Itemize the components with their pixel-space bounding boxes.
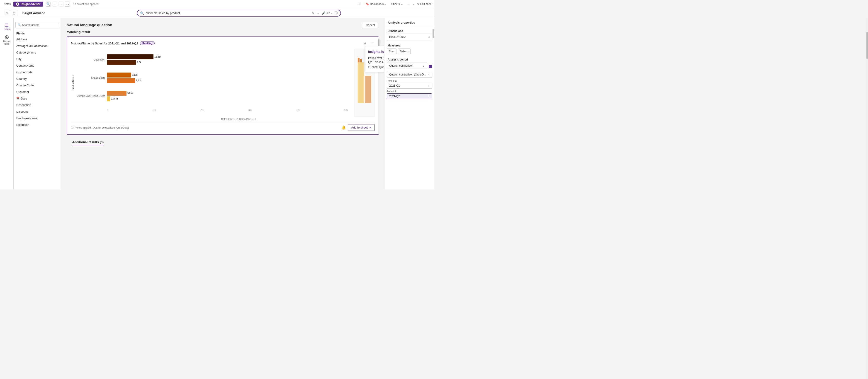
sidebar-item-fields[interactable]: Fields — [0, 21, 13, 32]
bar-fill-jumpinjack-1 — [107, 91, 126, 96]
add-to-sheet-button[interactable]: Add to sheet ▼ — [348, 124, 375, 131]
insights-link[interactable]: >Period: Quarter comparison (OrderDate) — [368, 65, 384, 69]
search-lang-select[interactable]: en ⌄ — [327, 11, 333, 15]
dropdown-chevron: ⌄ — [423, 64, 425, 67]
insights-header: Insights found ✕ — [368, 50, 384, 54]
search-tool-icon[interactable]: 🔍 — [46, 2, 51, 7]
chart-body: ProductName Davenport 15.28k — [71, 49, 375, 117]
field-item-discount[interactable]: Discount — [13, 108, 61, 115]
period-dropdown-row: Quarter comparison ⌄ ✓ — [387, 63, 432, 70]
chart-footer-actions: 🔔 Add to sheet ▼ — [341, 124, 375, 131]
no-selections-indicator: No selections applied — [71, 2, 100, 6]
advisor-title: Insight Advisor — [22, 11, 45, 15]
pencil-icon: ✎ — [417, 2, 420, 6]
field-item-city[interactable]: City — [13, 56, 61, 62]
period-section: Quarter comparison ⌄ ✓ Quarter compariso… — [387, 63, 432, 99]
content-title: Natural language question — [67, 23, 112, 27]
dimension-chevron: › — [429, 36, 429, 39]
redo-icon[interactable]: → — [59, 2, 63, 7]
measure-sales-tag[interactable]: Sales › — [398, 49, 410, 54]
period1-value-item[interactable]: 2021-Q1 › — [387, 83, 432, 89]
cancel-button[interactable]: Cancel — [362, 22, 379, 28]
bars-snakeboots: 8.11k 9.51k — [107, 72, 352, 83]
ranking-badge: Ranking — [140, 41, 155, 45]
bar-snakeboots-1: 8.11k — [107, 72, 352, 77]
edit-sheet-btn[interactable]: ✎ Edit sheet — [417, 2, 432, 6]
lang-chevron: ⌄ — [331, 11, 333, 15]
y-axis-label: ProductName — [71, 49, 75, 117]
nav-back-btn[interactable]: ‹ — [406, 2, 410, 6]
period-checkbox[interactable]: ✓ — [429, 65, 432, 68]
measure-sum-tag[interactable]: Sum — [387, 49, 397, 54]
field-item-description[interactable]: Description — [13, 102, 61, 108]
search-info-icon[interactable]: ⓘ — [335, 11, 338, 15]
notes-label: Notes — [4, 2, 11, 6]
search-clear-icon[interactable]: ✕ — [312, 11, 315, 15]
field-item-costofsale[interactable]: Cost of Sale — [13, 69, 61, 75]
analysis-properties-title: Analysis properties — [384, 18, 434, 27]
x-axis-label: Sales 2021-Q2, Sales 2021-Q1 — [71, 118, 375, 120]
bar-val-jumpinjack-1: 6.56k — [127, 92, 133, 94]
period-dropdown-select[interactable]: Quarter comparison ⌄ — [387, 63, 427, 69]
left-sidebar: Fields Master items 🔍 Fields Address Ave… — [0, 18, 61, 189]
field-item-customer[interactable]: Customer — [13, 89, 61, 95]
bar-val-davenport-1: 15.28k — [154, 56, 161, 58]
additional-results-label[interactable]: Additional results (3) — [72, 140, 103, 145]
bars-jumpinjack: 6.56k 110.38 — [107, 91, 352, 101]
right-panel-toggle[interactable]: ▢ — [11, 10, 17, 16]
chart-card-actions: ⇗ ⋯ — [362, 40, 375, 46]
field-item-country[interactable]: Country — [13, 75, 61, 82]
dimensions-label: Dimensions — [384, 27, 434, 34]
search-input[interactable] — [146, 11, 310, 15]
bar-group-snakeboots: Snake Boots 8.11k 9.51k — [75, 72, 352, 83]
field-item-avgcall[interactable]: AverageCallSatisfaction — [13, 42, 61, 49]
field-item-countrycode[interactable]: CountryCode — [13, 82, 61, 89]
dimension-product-name[interactable]: ProductName › — [387, 34, 432, 40]
period2-value-item[interactable]: 2021-Q2 › — [387, 93, 432, 99]
left-panel-toggle[interactable]: □ — [4, 10, 10, 16]
chart-card: ProductName by Sales for 2021-Q1 and 202… — [67, 36, 379, 135]
measure-row: Sum Sales › — [387, 49, 432, 54]
field-item-employee[interactable]: EmployeeName — [13, 115, 61, 122]
chart-card-title: ProductName by Sales for 2021-Q1 and 202… — [71, 41, 155, 45]
period-item-chevron: › — [429, 73, 429, 76]
sheets-btn[interactable]: Sheets ⌄ — [390, 2, 404, 6]
bar-group-jumpinjack: Jumpin Jack Flash Dress 6.56k 110.38 — [75, 91, 352, 101]
bell-icon[interactable]: 🔔 — [341, 125, 346, 130]
search-mic-icon[interactable]: 🎤 — [321, 11, 325, 15]
search-arrow-icon[interactable]: → — [316, 11, 320, 15]
more-options-icon[interactable]: ⋯ — [369, 40, 375, 46]
search-bar-icon: 🔍 — [140, 11, 144, 15]
search-assets-input[interactable] — [16, 22, 59, 28]
panel-toggle: □ ▢ — [4, 10, 17, 16]
master-icon-label: Master items — [1, 40, 12, 45]
insight-advisor-tab[interactable]: Insight Advisor — [13, 2, 43, 7]
notes-tab[interactable]: Notes — [2, 2, 12, 6]
field-item-category[interactable]: CategoryName — [13, 49, 61, 56]
main-layout: Fields Master items 🔍 Fields Address Ave… — [0, 18, 434, 189]
fields-icon-label: Fields — [4, 28, 10, 30]
bar-label-jumpinjack: Jumpin Jack Flash Dress — [75, 95, 107, 97]
add-sheet-chevron: ▼ — [369, 126, 371, 129]
field-item-date[interactable]: 📅 Date — [13, 95, 61, 102]
period-checkbox-item[interactable]: Quarter comparison (OrderD... › — [387, 72, 432, 77]
sidebar-item-master[interactable]: Master items — [0, 33, 13, 47]
field-item-address[interactable]: Address — [13, 36, 61, 42]
undo-icon[interactable]: ← — [52, 2, 57, 7]
field-item-contact[interactable]: ContactName — [13, 62, 61, 69]
bookmark-icon: 🔖 — [366, 2, 369, 6]
svg-point-0 — [17, 3, 18, 5]
snapshot-icon[interactable]: ▭ — [65, 2, 70, 7]
grid-icon[interactable]: ☷ — [357, 2, 363, 6]
nav-forward-btn[interactable]: › — [412, 2, 415, 6]
bookmarks-btn[interactable]: 🔖 Bookmarks ⌄ — [364, 2, 388, 6]
bar-val-jumpinjack-2: 110.38 — [111, 97, 118, 100]
field-item-extension[interactable]: Extension — [13, 122, 61, 128]
bar-fill-jumpinjack-2 — [107, 96, 110, 101]
content-header: Natural language question Cancel — [61, 18, 384, 30]
bar-jumpinjack-2: 110.38 — [107, 96, 352, 101]
bar-label-snakeboots: Snake Boots — [75, 76, 107, 79]
top-nav: Notes Insight Advisor 🔍 ← → ▭ No selecti… — [0, 0, 434, 8]
expand-icon[interactable]: ⇗ — [362, 40, 368, 46]
svg-rect-1 — [5, 24, 8, 24]
